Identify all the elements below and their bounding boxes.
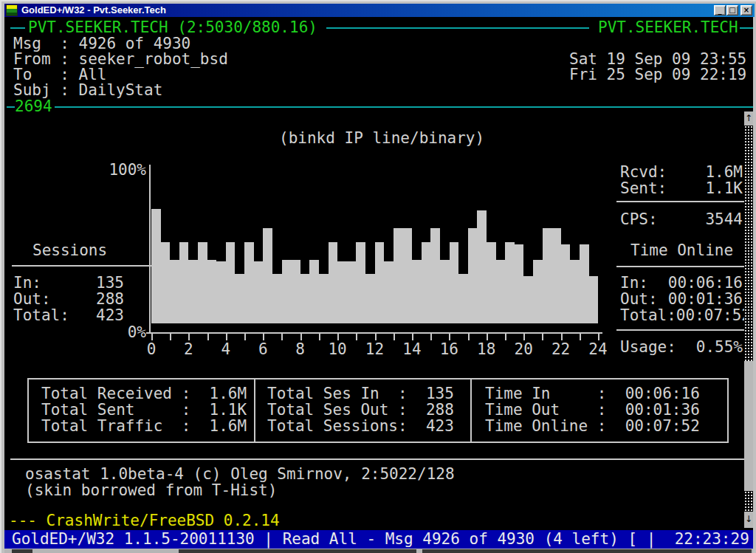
chart-bar <box>216 261 226 323</box>
credit-line-1: osastat 1.0beta-4 (c) Oleg Smirnov, 2:50… <box>25 467 455 482</box>
x-axis-tick <box>263 334 264 340</box>
time-total-row: Total: 00:07:52 <box>620 308 743 323</box>
rcvd-label: Rcvd: <box>620 165 667 180</box>
x-axis-label: 20 <box>507 342 540 357</box>
window-bottom-border <box>4 549 753 553</box>
x-axis-tick <box>226 334 227 340</box>
usage-label: Usage: <box>620 340 676 355</box>
scrollbar-down-arrow[interactable]: ↓ <box>744 512 753 528</box>
echo-separator-line <box>326 27 589 29</box>
summary-sessions-line: Total Sessions: 423 <box>267 419 454 434</box>
chart-bar <box>450 242 459 323</box>
x-axis-tick <box>337 334 339 340</box>
chart-bar <box>282 260 292 323</box>
x-axis-label: 24 <box>582 342 614 357</box>
x-axis-tick <box>412 334 413 340</box>
tearline: --- CrashWrite/FreeBSD 0.2.14 <box>9 513 280 529</box>
time-in-row: In: 00:06:16 <box>620 275 743 291</box>
app-icon[interactable] <box>6 4 18 16</box>
sent-value: 1.1K <box>705 181 743 196</box>
chart-bar <box>300 274 310 323</box>
x-axis-ticks: 024681012141618202224 <box>151 334 598 341</box>
sessions-in-row: In: 135 <box>13 275 124 291</box>
summary-timeout-line: Time Out : 00:01:36 <box>485 402 700 418</box>
msgnum-separator-line <box>55 106 753 108</box>
chart-bar <box>161 242 171 323</box>
usage-value: 0.55% <box>696 340 743 355</box>
x-axis-label: 12 <box>359 342 391 357</box>
close-button[interactable]: × <box>740 5 752 16</box>
sessions-out-value: 288 <box>96 292 124 307</box>
x-axis-tick <box>430 334 432 340</box>
msgnum-dash-left <box>7 106 15 108</box>
chart-bar <box>523 276 533 324</box>
x-axis-label: 18 <box>470 342 503 357</box>
x-axis-label: 0 <box>135 342 168 357</box>
chart-bar <box>179 242 189 323</box>
msg-date-arrived: Fri 25 Sep 09 22:19 <box>569 67 746 83</box>
chart-bar <box>468 228 478 323</box>
scrollbar-up-arrow[interactable]: ↑ <box>744 111 753 126</box>
msg-to-line: To : All <box>13 67 106 83</box>
chart-bar <box>551 228 561 323</box>
chart-bar <box>170 260 179 323</box>
sessions-total-label: Total: <box>13 308 69 323</box>
rcvd-row: Rcvd: 1.6M <box>620 165 743 180</box>
chart-bar <box>412 260 422 323</box>
scrollbar-thumb[interactable] <box>744 361 753 491</box>
x-axis-tick <box>598 334 599 340</box>
time-out-row: Out: 00:01:36 <box>620 292 743 307</box>
x-axis-tick <box>580 334 581 340</box>
sessions-in-label: In: <box>13 275 41 291</box>
x-axis-tick <box>468 334 470 340</box>
x-axis-label: 10 <box>321 342 354 357</box>
summary-divider-1 <box>254 379 255 442</box>
msg-counter-line: Msg : 4926 of 4930 <box>13 36 190 52</box>
window-title: GoldED+/W32 - Pvt.Seeker.Tech <box>21 4 166 17</box>
x-axis-tick <box>170 334 171 340</box>
summary-sesout-line: Total Ses Out : 288 <box>267 402 454 418</box>
chart-bar <box>254 261 264 323</box>
scrollbar-track-lower[interactable] <box>744 491 753 512</box>
chart-bar <box>329 242 338 323</box>
scrollbar-track-upper[interactable] <box>744 126 753 361</box>
sent-label: Sent: <box>620 181 667 196</box>
x-axis-tick <box>449 334 450 340</box>
x-axis-tick <box>523 334 525 340</box>
chart-bar <box>430 228 440 323</box>
status-bar: GoldED+/W32 1.1.5-20011130 | Read All - … <box>4 530 753 549</box>
maximize-button[interactable]: □ <box>726 5 738 16</box>
chart-bar <box>207 260 217 323</box>
bottom-border-shadow-2 <box>179 549 416 553</box>
chart-bar <box>235 274 244 323</box>
credit-line-2: (skin borrowed from T-Hist) <box>25 483 277 498</box>
chart-bar <box>458 274 468 323</box>
echo-name-left: PVT.SEEKER.TECH (2:5030/880.16) <box>28 20 317 35</box>
chart-bar <box>384 261 394 323</box>
sessions-total-value: 423 <box>96 308 124 323</box>
minimize-button[interactable]: _ <box>714 5 726 16</box>
x-axis-tick <box>505 334 506 340</box>
chart-bar <box>440 260 450 323</box>
x-axis-tick <box>394 334 395 340</box>
chart-bar <box>487 242 496 323</box>
x-axis-tick <box>375 334 377 340</box>
msg-date-written: Sat 19 Sep 09 23:55 <box>569 52 746 67</box>
chart-bar <box>580 244 589 324</box>
chart-bar <box>561 244 571 324</box>
window-titlebar[interactable]: GoldED+/W32 - Pvt.Seeker.Tech _ □ × <box>4 4 755 17</box>
echo-name-right: PVT.SEEKER.TECH <box>598 20 738 35</box>
sessions-out-row: Out: 288 <box>13 292 124 307</box>
traffic-divider-3 <box>616 329 744 331</box>
sessions-underline <box>12 265 155 267</box>
echo-dash-left <box>10 27 25 29</box>
time-in-label: In: <box>620 275 648 291</box>
time-total-value: 00:07:52 <box>676 308 751 323</box>
traffic-divider-2 <box>616 266 744 267</box>
x-axis-tick <box>356 334 357 340</box>
x-axis-tick <box>207 334 209 340</box>
x-axis-tick <box>188 334 190 340</box>
sessions-in-value: 135 <box>96 275 124 291</box>
x-axis-label: 6 <box>247 342 279 357</box>
cps-label: CPS: <box>620 212 658 227</box>
